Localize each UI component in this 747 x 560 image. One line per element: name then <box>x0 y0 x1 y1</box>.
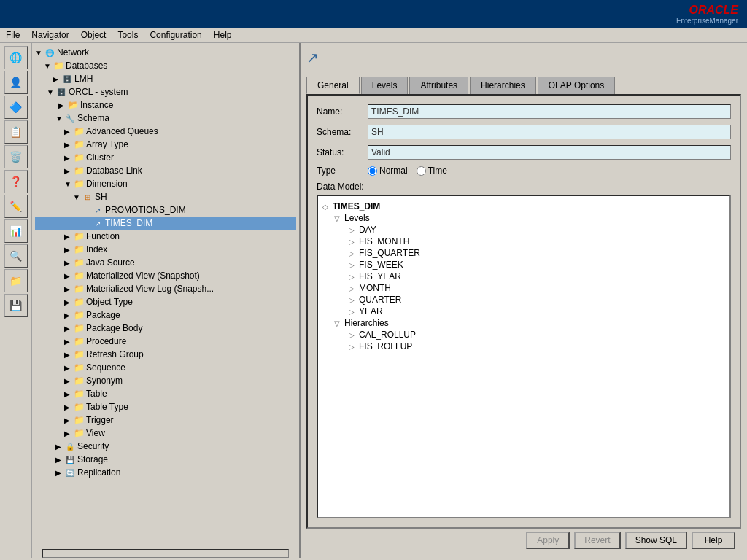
schema-input[interactable] <box>368 125 731 139</box>
tree-node-sequence[interactable]: ▶ 📁 Sequence <box>35 361 296 374</box>
tree-content[interactable]: ▼ 🌐 Network ▼ 📁 Databases ▶ 🗄️ LMH <box>32 43 299 548</box>
tree-node-package[interactable]: ▶ 📁 Package <box>35 308 296 322</box>
type-time-option[interactable]: Time <box>417 166 447 176</box>
expand-dimension[interactable]: ▼ <box>64 180 73 188</box>
tree-node-array-type[interactable]: ▶ 📁 Array Type <box>35 138 296 151</box>
expand-database-link[interactable]: ▶ <box>64 167 73 175</box>
tree-node-function[interactable]: ▶ 📁 Function <box>35 230 296 243</box>
type-time-radio[interactable] <box>417 166 426 176</box>
expand-security[interactable]: ▶ <box>55 443 64 451</box>
expand-schema[interactable]: ▼ <box>55 114 64 122</box>
expand-array-type[interactable]: ▶ <box>64 141 73 149</box>
toolbar-object-btn[interactable]: 🔷 <box>4 96 28 119</box>
tab-attributes[interactable]: Attributes <box>409 77 468 94</box>
expand-package-body[interactable]: ▶ <box>64 324 73 332</box>
tree-node-times-dim[interactable]: ↗ TIMES_DIM <box>35 217 296 230</box>
tree-node-network[interactable]: ▼ 🌐 Network <box>35 46 296 59</box>
tree-node-java-source[interactable]: ▶ 📁 Java Source <box>35 256 296 269</box>
tree-node-promotions-dim[interactable]: ↗ PROMOTIONS_DIM <box>35 203 296 217</box>
expand-orcl[interactable]: ▼ <box>47 88 55 96</box>
tree-node-table-type[interactable]: ▶ 📁 Table Type <box>35 400 296 413</box>
tree-node-advanced-queues[interactable]: ▶ 📁 Advanced Queues <box>35 125 296 138</box>
tree-node-mat-view-log[interactable]: ▶ 📁 Materialized View Log (Snapsh... <box>35 282 296 295</box>
tree-node-package-body[interactable]: ▶ 📁 Package Body <box>35 322 296 335</box>
expand-view[interactable]: ▶ <box>64 429 73 438</box>
expand-replication[interactable]: ▶ <box>55 469 64 477</box>
tree-node-lmh[interactable]: ▶ 🗄️ LMH <box>35 72 296 85</box>
tree-node-dimension[interactable]: ▼ 📁 Dimension <box>35 177 296 190</box>
expand-network[interactable]: ▼ <box>35 49 44 57</box>
expand-table-type[interactable]: ▶ <box>64 403 73 411</box>
apply-button[interactable]: Apply <box>526 532 570 549</box>
tab-levels[interactable]: Levels <box>361 77 409 94</box>
toolbar-folder-btn[interactable]: 📁 <box>4 269 28 292</box>
menu-tools[interactable]: Tools <box>117 30 138 40</box>
expand-object-type[interactable]: ▶ <box>64 298 73 306</box>
expand-refresh-group[interactable]: ▶ <box>64 351 73 359</box>
expand-instance[interactable]: ▶ <box>58 101 67 109</box>
revert-button[interactable]: Revert <box>574 532 620 549</box>
expand-mat-view[interactable]: ▶ <box>64 272 73 280</box>
toolbar-network-btn[interactable]: 🌐 <box>4 46 28 69</box>
expand-java-source[interactable]: ▶ <box>64 259 73 267</box>
tree-node-replication[interactable]: ▶ 🔄 Replication <box>35 466 296 479</box>
expand-storage[interactable]: ▶ <box>55 456 64 464</box>
type-normal-radio[interactable] <box>368 166 377 176</box>
tab-general[interactable]: General <box>306 77 360 94</box>
toolbar-trash-btn[interactable]: 🗑️ <box>4 145 28 168</box>
expand-mat-view-log[interactable]: ▶ <box>64 285 73 293</box>
tree-node-table[interactable]: ▶ 📁 Table <box>35 387 296 400</box>
tree-node-view[interactable]: ▶ 📁 View <box>35 427 296 440</box>
tree-node-procedure[interactable]: ▶ 📁 Procedure <box>35 335 296 348</box>
expand-databases[interactable]: ▼ <box>44 62 53 70</box>
expand-sh[interactable]: ▼ <box>73 193 82 201</box>
tree-node-synonym[interactable]: ▶ 📁 Synonym <box>35 374 296 387</box>
tree-node-sh[interactable]: ▼ ⊞ SH <box>35 190 296 203</box>
tree-node-trigger[interactable]: ▶ 📁 Trigger <box>35 413 296 427</box>
help-button[interactable]: Help <box>692 532 735 549</box>
tab-hierarchies[interactable]: Hierarchies <box>470 77 536 94</box>
tab-olap-options[interactable]: OLAP Options <box>538 77 616 94</box>
tree-node-mat-view[interactable]: ▶ 📁 Materialized View (Snapshot) <box>35 269 296 282</box>
show-sql-button[interactable]: Show SQL <box>625 532 687 549</box>
status-input[interactable] <box>368 145 731 160</box>
expand-table[interactable]: ▶ <box>64 390 73 398</box>
toolbar-user-btn[interactable]: 👤 <box>4 71 28 94</box>
data-model-area[interactable]: ◇ TIMES_DIM ▽ Levels ▷ DAY ▷ FIS_MONTH <box>317 195 731 518</box>
expand-sequence[interactable]: ▶ <box>64 364 73 372</box>
toolbar-chart-btn[interactable]: 📊 <box>4 219 28 243</box>
menu-help[interactable]: Help <box>214 30 232 40</box>
expand-package[interactable]: ▶ <box>64 311 73 319</box>
tree-node-databases[interactable]: ▼ 📁 Databases <box>35 59 296 72</box>
expand-lmh[interactable]: ▶ <box>53 75 61 83</box>
name-input[interactable] <box>368 104 731 119</box>
tree-node-storage[interactable]: ▶ 💾 Storage <box>35 453 296 466</box>
menu-configuration[interactable]: Configuration <box>150 30 201 40</box>
menu-navigator[interactable]: Navigator <box>31 30 69 40</box>
toolbar-edit-btn[interactable]: ✏️ <box>4 195 28 218</box>
toolbar-list-btn[interactable]: 📋 <box>4 120 28 144</box>
tree-node-cluster[interactable]: ▶ 📁 Cluster <box>35 151 296 164</box>
expand-synonym[interactable]: ▶ <box>64 377 73 385</box>
type-normal-option[interactable]: Normal <box>368 166 408 176</box>
tree-node-database-link[interactable]: ▶ 📁 Database Link <box>35 164 296 177</box>
expand-procedure[interactable]: ▶ <box>64 338 73 346</box>
expand-promotions-dim[interactable] <box>83 206 92 214</box>
tree-node-schema[interactable]: ▼ 🔧 Schema <box>35 112 296 125</box>
expand-times-dim[interactable] <box>83 219 92 228</box>
tree-node-index[interactable]: ▶ 📁 Index <box>35 243 296 256</box>
expand-advanced-queues[interactable]: ▶ <box>64 128 73 136</box>
expand-trigger[interactable]: ▶ <box>64 416 73 424</box>
tree-node-instance[interactable]: ▶ 📂 Instance <box>35 98 296 112</box>
tree-node-refresh-group[interactable]: ▶ 📁 Refresh Group <box>35 348 296 361</box>
toolbar-search-btn[interactable]: 🔍 <box>4 244 28 268</box>
toolbar-save-btn[interactable]: 💾 <box>4 294 28 317</box>
menu-object[interactable]: Object <box>81 30 107 40</box>
expand-cluster[interactable]: ▶ <box>64 154 73 162</box>
tree-node-security[interactable]: ▶ 🔒 Security <box>35 440 296 453</box>
tree-node-object-type[interactable]: ▶ 📁 Object Type <box>35 295 296 308</box>
tree-node-orcl[interactable]: ▼ 🗄️ ORCL - system <box>35 85 296 98</box>
menu-file[interactable]: File <box>6 30 20 40</box>
expand-function[interactable]: ▶ <box>64 233 73 241</box>
expand-index[interactable]: ▶ <box>64 246 73 254</box>
